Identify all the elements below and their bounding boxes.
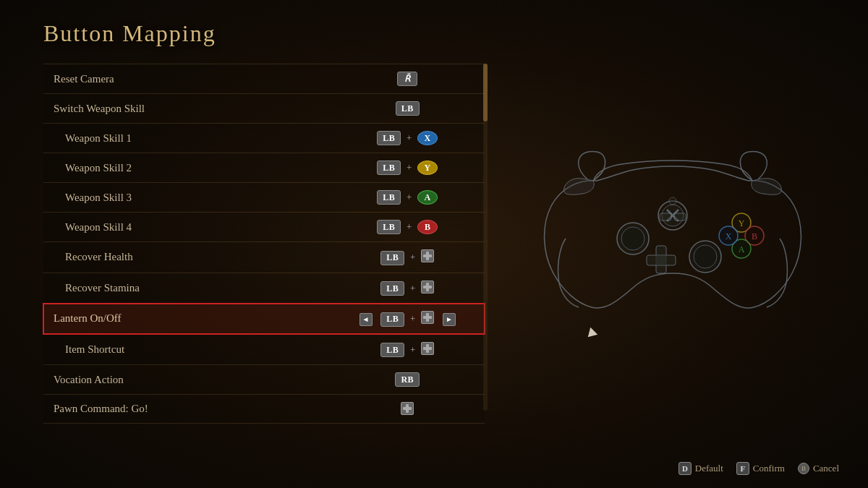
binding-cell bbox=[331, 395, 485, 424]
controller-illustration: Y B A X bbox=[521, 94, 825, 354]
prefix-badge: LB bbox=[377, 131, 401, 145]
table-row[interactable]: Reset CameraR̄ bbox=[43, 64, 485, 94]
action-label: Reset Camera bbox=[43, 64, 331, 94]
action-label: Lantern On/Off bbox=[43, 304, 331, 335]
dpad-badge bbox=[421, 249, 434, 262]
right-arrow[interactable]: ► bbox=[443, 313, 456, 326]
table-row[interactable]: Weapon Skill 3 LB + A bbox=[43, 183, 485, 213]
button-mapping-table: Reset CameraR̄Switch Weapon SkillLBWeapo… bbox=[43, 64, 485, 424]
button-badge: LB bbox=[396, 101, 420, 116]
binding-cell: LB + A bbox=[331, 183, 485, 213]
dpad-badge bbox=[421, 342, 434, 355]
binding-cell: LB + Y bbox=[331, 153, 485, 183]
svg-point-31 bbox=[669, 197, 676, 205]
binding-cell: LB + bbox=[331, 273, 485, 304]
confirm-action[interactable]: F Confirm bbox=[736, 462, 785, 475]
table-row[interactable]: Weapon Skill 1 LB + X bbox=[43, 124, 485, 153]
binding-cell: LB + bbox=[331, 242, 485, 273]
table-row[interactable]: Weapon Skill 4 LB + B bbox=[43, 213, 485, 242]
button-badge: Y bbox=[417, 160, 438, 175]
svg-rect-3 bbox=[423, 286, 432, 288]
confirm-label: Confirm bbox=[753, 463, 785, 474]
prefix-badge: LB bbox=[380, 343, 404, 357]
action-label: Pawn Command: Go! bbox=[43, 395, 331, 424]
binding-cell: LB + B bbox=[331, 213, 485, 242]
action-label: Item Shortcut bbox=[43, 334, 331, 365]
page-title: Button Mapping bbox=[43, 20, 216, 47]
svg-text:B: B bbox=[752, 231, 757, 241]
binding-cell: ◄ LB + ► bbox=[331, 304, 485, 335]
binding-cell: RB bbox=[331, 365, 485, 395]
binding-cell: R̄ bbox=[331, 64, 485, 94]
svg-point-17 bbox=[694, 245, 717, 268]
default-key: D bbox=[678, 462, 692, 475]
prefix-badge: LB bbox=[377, 160, 401, 175]
table-row[interactable]: Pawn Command: Go! bbox=[43, 395, 485, 424]
svg-rect-29 bbox=[660, 213, 671, 221]
button-badge: B bbox=[417, 220, 438, 234]
prefix-badge: LB bbox=[380, 251, 404, 265]
prefix-badge: LB bbox=[377, 220, 401, 234]
button-badge: R̄ bbox=[397, 72, 417, 86]
action-label: Switch Weapon Skill bbox=[43, 94, 331, 124]
dpad-badge bbox=[421, 281, 434, 294]
action-label: Weapon Skill 2 bbox=[43, 153, 331, 183]
default-action: D Default bbox=[678, 462, 723, 475]
svg-rect-9 bbox=[403, 407, 412, 410]
svg-text:A: A bbox=[739, 244, 745, 254]
controller-area: Y B A X bbox=[499, 58, 846, 390]
svg-rect-7 bbox=[423, 347, 432, 350]
confirm-key: F bbox=[736, 462, 749, 475]
prefix-badge: LB bbox=[380, 281, 404, 296]
dpad-badge bbox=[401, 402, 414, 415]
table-row[interactable]: Switch Weapon SkillLB bbox=[43, 94, 485, 124]
svg-rect-20 bbox=[656, 255, 666, 265]
svg-rect-1 bbox=[423, 254, 432, 257]
svg-text:Y: Y bbox=[739, 218, 745, 228]
table-row[interactable]: Item Shortcut LB + bbox=[43, 334, 485, 365]
svg-point-15 bbox=[621, 227, 644, 250]
action-label: Weapon Skill 3 bbox=[43, 183, 331, 213]
svg-rect-30 bbox=[674, 213, 686, 221]
svg-text:X: X bbox=[726, 231, 732, 241]
action-label: Vocation Action bbox=[43, 365, 331, 395]
left-arrow[interactable]: ◄ bbox=[359, 313, 373, 326]
cancel-action[interactable]: B Cancel bbox=[798, 463, 839, 474]
button-badge: A bbox=[417, 190, 438, 205]
cancel-icon: B bbox=[798, 463, 809, 474]
action-label: Recover Stamina bbox=[43, 273, 331, 304]
action-label: Recover Health bbox=[43, 242, 331, 273]
scrollbar-thumb[interactable] bbox=[483, 64, 488, 121]
bottom-bar: D Default F Confirm B Cancel bbox=[678, 462, 839, 475]
table-row[interactable]: Recover Health LB + bbox=[43, 242, 485, 273]
cancel-label: Cancel bbox=[813, 463, 839, 474]
binding-cell: LB bbox=[331, 94, 485, 124]
action-label: Weapon Skill 4 bbox=[43, 213, 331, 242]
svg-rect-5 bbox=[423, 316, 432, 319]
binding-cell: LB + bbox=[331, 334, 485, 365]
default-label: Default bbox=[695, 463, 723, 474]
table-row[interactable]: Weapon Skill 2 LB + Y bbox=[43, 153, 485, 183]
scrollbar-track[interactable] bbox=[483, 64, 488, 411]
prefix-badge: LB bbox=[380, 312, 404, 327]
button-badge: RB bbox=[395, 372, 420, 387]
table-row[interactable]: Vocation ActionRB bbox=[43, 365, 485, 395]
table-row[interactable]: Lantern On/Off ◄ LB + ► bbox=[43, 304, 485, 335]
table-row[interactable]: Recover Stamina LB + bbox=[43, 273, 485, 304]
dpad-badge bbox=[421, 311, 434, 324]
binding-cell: LB + X bbox=[331, 124, 485, 153]
button-badge: X bbox=[417, 131, 438, 145]
action-label: Weapon Skill 1 bbox=[43, 124, 331, 153]
prefix-badge: LB bbox=[377, 190, 401, 205]
